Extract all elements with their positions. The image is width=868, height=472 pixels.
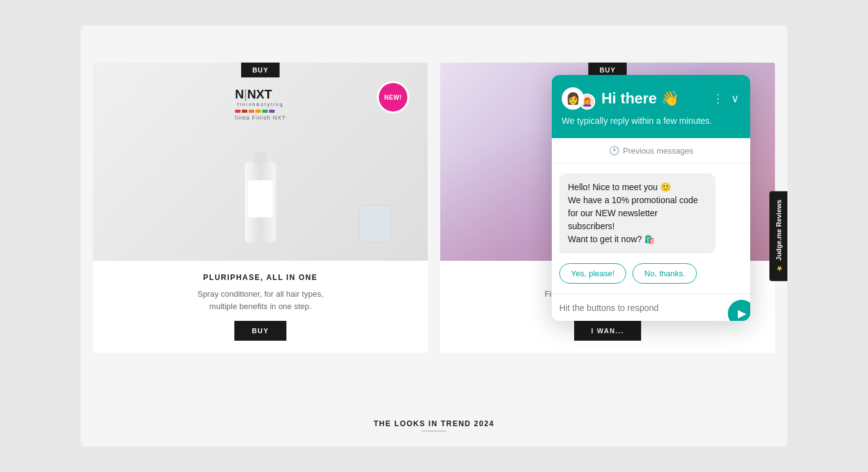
buy-badge-top-1[interactable]: BUY	[241, 63, 280, 77]
chat-collapse-button[interactable]: ∨	[730, 90, 740, 107]
previous-messages-label: Previous messages	[623, 146, 693, 155]
message-actions: Yes, please! No, thanks.	[552, 263, 750, 294]
section-title: THE LOOKS IN TREND 2024	[374, 419, 495, 428]
chat-widget: 👩 👩‍🦰 Hi there 👋 ⋮ ∨ We typical	[552, 75, 750, 321]
section-title-area: THE LOOKS IN TREND 2024	[374, 419, 495, 434]
chat-body: 🕐 Previous messages Hello! Nice to meet …	[552, 138, 750, 321]
chat-messages: Hello! Nice to meet you 🙂 We have a 10% …	[552, 164, 750, 263]
chat-avatars: 👩 👩‍🦰	[562, 87, 595, 110]
section-divider	[422, 430, 446, 432]
chat-header: 👩 👩‍🦰 Hi there 👋 ⋮ ∨ We typical	[552, 75, 750, 138]
product-image-left-bg: N|NXT finish&styling linea Finish NXT	[93, 63, 428, 261]
buy-button-1[interactable]: BUY	[234, 321, 286, 341]
chat-input-area: ☺ ▶	[552, 294, 750, 321]
chat-more-button[interactable]: ⋮	[711, 90, 725, 107]
no-thanks-button[interactable]: No, thanks.	[632, 263, 697, 284]
previous-messages-link[interactable]: 🕐 Previous messages	[552, 138, 750, 164]
nxt-logo-1: N|NXT finish&styling linea Finish NXT	[235, 87, 286, 121]
judgeme-sidebar[interactable]: ★ Judge.me Reviews	[769, 191, 787, 281]
clock-icon: 🕐	[609, 146, 619, 155]
chat-input[interactable]	[559, 303, 725, 313]
page-container: BUY N|NXT finish&styling	[81, 25, 787, 447]
product-bottle	[245, 125, 276, 242]
chat-subtitle: We typically reply within a few minutes.	[562, 116, 740, 126]
chat-header-top: 👩 👩‍🦰 Hi there 👋 ⋮ ∨	[562, 87, 740, 110]
new-badge: NEW!	[377, 81, 409, 113]
color-bars-1	[235, 110, 286, 113]
yes-please-button[interactable]: Yes, please!	[559, 263, 626, 284]
i-want-button[interactable]: I WAN...	[574, 321, 642, 341]
product-info-1: PLURIPHASE, ALL IN ONE Spray conditioner…	[174, 261, 347, 353]
avatar-main: 👩	[562, 87, 584, 110]
judgeme-label: Judge.me Reviews	[775, 199, 782, 260]
product-title-1: PLURIPHASE, ALL IN ONE	[203, 273, 317, 282]
glass-container	[360, 205, 391, 242]
chat-header-actions: ⋮ ∨	[711, 90, 740, 107]
chevron-down-icon: ∨	[731, 92, 739, 105]
message-bubble-1: Hello! Nice to meet you 🙂 We have a 10% …	[559, 173, 715, 253]
chat-greeting: Hi there 👋	[601, 90, 705, 107]
product-card-1: BUY N|NXT finish&styling	[93, 63, 428, 353]
product-image-1: N|NXT finish&styling linea Finish NXT	[93, 63, 428, 261]
avatar-face-main: 👩	[563, 89, 583, 108]
send-icon: ▶	[738, 307, 746, 320]
product-desc-1: Spray conditioner, for all hair types, m…	[186, 288, 335, 312]
judgeme-star-icon: ★	[774, 264, 782, 273]
